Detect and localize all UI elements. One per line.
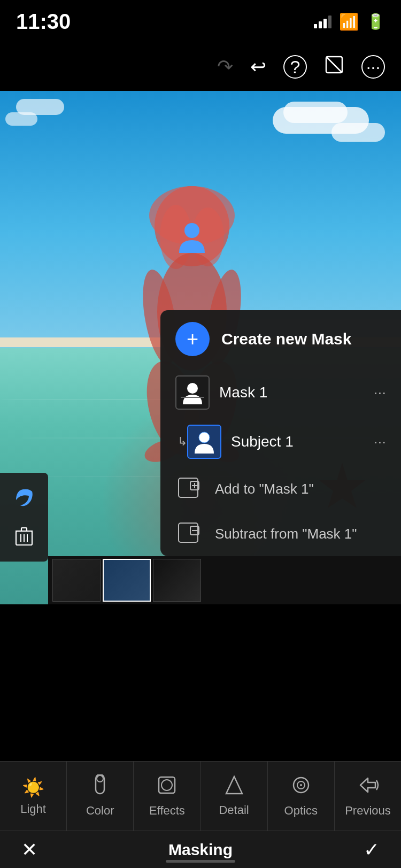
mask1-thumbnail: [175, 375, 210, 410]
masking-title: Masking: [168, 841, 233, 859]
film-thumb-3[interactable]: [153, 559, 201, 602]
status-icons: 📶 🔋: [314, 12, 385, 31]
cloud-2: [283, 102, 348, 123]
svg-point-14: [184, 223, 199, 238]
optics-nav-label: Optics: [284, 804, 318, 818]
photo-area: + Create new Mask Mask 1 ··· ↳: [0, 91, 401, 604]
more-icon[interactable]: ···: [361, 55, 385, 79]
nav-detail[interactable]: Detail: [201, 762, 268, 831]
redo-icon[interactable]: ↷: [217, 56, 233, 78]
light-nav-icon: ☀️: [22, 777, 44, 798]
add-to-mask-action[interactable]: Add to "Mask 1": [160, 466, 401, 511]
subject1-more-button[interactable]: ···: [374, 433, 386, 450]
svg-rect-18: [21, 528, 27, 531]
toolbar: ↷ ↩ ? ···: [0, 43, 401, 91]
svg-rect-23: [181, 397, 204, 398]
undo-icon[interactable]: ↩: [250, 56, 266, 78]
wifi-icon: 📶: [339, 12, 359, 31]
home-indicator: [166, 860, 235, 863]
svg-marker-37: [226, 777, 242, 794]
confirm-button[interactable]: ✓: [364, 839, 380, 861]
plus-icon: +: [187, 328, 198, 351]
add-to-mask-label: Add to "Mask 1": [215, 481, 314, 497]
svg-point-22: [187, 383, 198, 394]
subject1-name: Subject 1: [231, 433, 364, 450]
signal-icon: [314, 14, 331, 28]
effects-nav-icon: [157, 775, 177, 800]
subject1-item[interactable]: ↳ Subject 1 ···: [160, 417, 401, 466]
detail-nav-icon: [225, 775, 243, 799]
nav-optics[interactable]: Optics: [268, 762, 335, 831]
svg-point-40: [300, 784, 302, 786]
status-bar: 11:30 📶 🔋: [0, 0, 401, 43]
detail-nav-label: Detail: [219, 803, 249, 817]
mask-panel: + Create new Mask Mask 1 ··· ↳: [160, 310, 401, 556]
subject-indicator-icon: [176, 221, 208, 258]
nav-color[interactable]: Color: [67, 762, 134, 831]
svg-point-34: [97, 775, 103, 782]
color-nav-icon: [91, 774, 109, 800]
subtract-from-mask-icon: [175, 520, 203, 548]
mask1-item[interactable]: Mask 1 ···: [160, 368, 401, 417]
create-mask-label: Create new Mask: [221, 330, 351, 348]
sub-arrow-icon: ↳: [178, 435, 187, 449]
create-mask-plus-button[interactable]: +: [175, 322, 210, 356]
mask1-thumb-inner: [176, 377, 209, 409]
color-nav-label: Color: [86, 804, 114, 818]
cloud-3: [331, 123, 385, 142]
cancel-button[interactable]: ✕: [21, 839, 37, 861]
leaf-icon[interactable]: [8, 481, 40, 513]
subject1-thumbnail: [187, 425, 221, 459]
cloud-5: [5, 112, 37, 126]
mask1-name: Mask 1: [219, 384, 364, 401]
svg-point-36: [161, 780, 172, 790]
mask1-more-button[interactable]: ···: [374, 384, 386, 401]
optics-nav-icon: [291, 775, 311, 800]
filmstrip: [48, 556, 401, 604]
create-new-mask-row[interactable]: + Create new Mask: [160, 310, 401, 368]
nav-effects[interactable]: Effects: [134, 762, 200, 831]
previous-nav-label: Previous: [345, 804, 391, 818]
subject1-thumb-inner: [188, 426, 220, 458]
film-thumb-2[interactable]: [103, 559, 151, 602]
add-to-mask-icon: [175, 475, 203, 503]
nav-previous[interactable]: Previous: [335, 762, 401, 831]
previous-nav-icon: [356, 775, 380, 800]
nav-light[interactable]: ☀️ Light: [0, 762, 67, 831]
battery-icon: 🔋: [366, 13, 385, 30]
subtract-from-mask-label: Subtract from "Mask 1": [215, 526, 357, 542]
left-panel: [0, 473, 48, 562]
svg-line-1: [326, 57, 342, 73]
light-nav-label: Light: [20, 802, 46, 816]
help-icon[interactable]: ?: [283, 55, 307, 79]
trash-icon[interactable]: [8, 521, 40, 553]
bottom-nav: ☀️ Light Color Effects Detail: [0, 761, 401, 831]
mask-toggle-icon[interactable]: [324, 55, 344, 79]
subtract-from-mask-action[interactable]: Subtract from "Mask 1": [160, 511, 401, 556]
effects-nav-label: Effects: [149, 804, 185, 818]
film-thumb-1[interactable]: [52, 559, 101, 602]
status-time: 11:30: [16, 10, 71, 34]
